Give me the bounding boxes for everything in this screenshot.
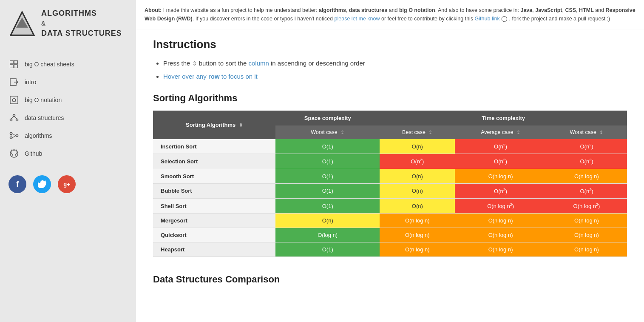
col-header-time: Time complexity	[380, 111, 627, 125]
cell-algo-name: Insertion Sort	[153, 139, 275, 154]
cell-value: O(1)	[275, 139, 380, 154]
cell-value: O(n log n)	[546, 214, 627, 228]
sort-time-avg-btn[interactable]: ⇕	[516, 130, 520, 135]
grid-icon	[9, 60, 20, 69]
cell-value: O(1)	[275, 169, 380, 183]
arrow-in-icon	[9, 77, 20, 87]
instruction-1-column-link[interactable]: column	[248, 60, 269, 67]
sidebar-item-big-o-cheat-sheets[interactable]: big O cheat sheets	[0, 55, 136, 73]
col-subheader-time-avg: Average case ⇕	[455, 125, 546, 139]
cell-value: O(n2)	[455, 183, 546, 198]
sort-name-btn[interactable]: ⇕	[239, 123, 243, 128]
table-row: Smooth SortO(1)O(n)O(n log n)O(n log n)	[153, 169, 627, 183]
main-content: About: I made this website as a fun proj…	[136, 0, 644, 322]
svg-line-18	[14, 117, 17, 119]
cell-algo-name: Smooth Sort	[153, 169, 275, 183]
sort-time-best-btn[interactable]: ⇕	[428, 130, 432, 135]
sorting-algorithms-table: Sorting Algorithms ⇕ Space complexity Ti…	[153, 111, 627, 257]
svg-rect-8	[10, 65, 13, 68]
svg-line-17	[11, 117, 14, 119]
sidebar-item-github[interactable]: Github	[0, 145, 136, 162]
cell-value: O(n2)	[455, 154, 546, 169]
content-area: Instructions Press the ⇕ button to sort …	[136, 29, 644, 305]
cell-value: O(n log n)	[455, 169, 546, 183]
svg-rect-6	[10, 60, 13, 64]
cell-value: O(n log n)	[380, 228, 455, 242]
facebook-button[interactable]: f	[9, 175, 26, 193]
cell-value: O(n log n)	[546, 169, 627, 183]
svg-rect-7	[14, 60, 17, 64]
svg-line-23	[12, 136, 16, 138]
logo-text: ALGORITHMS & DATA STRUCTURES	[41, 9, 122, 38]
logo-icon	[9, 10, 36, 37]
cell-value: O(n log n)	[455, 228, 546, 242]
table-row: MergesortO(n)O(n log n)O(n log n)O(n log…	[153, 214, 627, 228]
twitter-button[interactable]	[33, 175, 51, 193]
sidebar-item-intro[interactable]: intro	[0, 73, 136, 91]
sort-time-worst-btn[interactable]: ⇕	[599, 130, 603, 135]
table-row: Selection SortO(1)O(n2)O(n2)O(n2)	[153, 154, 627, 169]
table-row: Shell SortO(1)O(n)O(n log n2)O(n log n2)	[153, 198, 627, 213]
cell-algo-name: Quicksort	[153, 228, 275, 242]
instruction-1-middle: button to sort the	[199, 60, 249, 67]
nav-label-big-o-notation: big O notation	[25, 97, 62, 103]
please-let-me-know-link[interactable]: please let me know	[335, 16, 380, 22]
cell-value: O(n2)	[546, 139, 627, 154]
github-icon	[9, 149, 20, 158]
col-subheader-time-worst: Worst case ⇕	[546, 125, 627, 139]
col-header-space: Space complexity	[275, 111, 380, 125]
svg-point-21	[16, 135, 18, 137]
sort-space-worst-btn[interactable]: ⇕	[340, 130, 344, 135]
branch-icon	[9, 131, 20, 140]
data-structures-comparison-title: Data Structures Comparison	[153, 274, 627, 285]
svg-point-15	[10, 119, 12, 121]
nav-label-data-structures: data structures	[25, 114, 64, 121]
svg-text:O: O	[12, 97, 16, 103]
instruction-1-suffix: in ascending or descending order	[271, 60, 365, 67]
instructions-list: Press the ⇕ button to sort the column in…	[153, 60, 627, 80]
logo-ampersand: &	[41, 20, 46, 27]
social-icons-area: f g+	[0, 162, 136, 202]
svg-point-14	[13, 114, 15, 117]
cell-value: O(n2)	[380, 154, 455, 169]
cell-value: O(n log n2)	[546, 198, 627, 213]
cell-value: O(n log n2)	[455, 198, 546, 213]
instructions-title: Instructions	[153, 38, 627, 51]
table-row: Bubble SortO(1)O(n)O(n2)O(n2)	[153, 183, 627, 198]
cell-value: O(n)	[275, 214, 380, 228]
cell-value: O(1)	[275, 154, 380, 169]
cell-algo-name: Mergesort	[153, 214, 275, 228]
nav-label-intro: intro	[25, 79, 36, 85]
table-header-row-1: Sorting Algorithms ⇕ Space complexity Ti…	[153, 111, 627, 125]
cell-value: O(n log n)	[546, 228, 627, 242]
cell-value: O(n)	[380, 169, 455, 183]
svg-point-16	[16, 119, 18, 121]
table-row: QuicksortO(log n)O(n log n)O(n log n)O(n…	[153, 228, 627, 242]
cell-value: O(n)	[380, 139, 455, 154]
about-text: I made this website as a fun project to …	[145, 7, 635, 22]
o-circle-icon: O	[9, 95, 20, 105]
instruction-1-prefix: Press the	[163, 60, 192, 67]
cell-value: O(n log n)	[546, 242, 627, 257]
nodes-icon	[9, 113, 20, 123]
about-label: About:	[145, 7, 162, 13]
sidebar-item-algorithms[interactable]: algorithms	[0, 127, 136, 145]
table-row: HeapsortO(1)O(n log n)O(n log n)O(n log …	[153, 242, 627, 257]
svg-point-20	[10, 137, 12, 139]
sidebar-item-data-structures[interactable]: data structures	[0, 109, 136, 127]
cell-algo-name: Heapsort	[153, 242, 275, 257]
cell-value: O(n log n)	[380, 214, 455, 228]
cell-value: O(1)	[275, 183, 380, 198]
nav-label-algorithms: algorithms	[25, 132, 52, 139]
cell-value: O(n2)	[546, 183, 627, 198]
sidebar-item-big-o-notation[interactable]: O big O notation	[0, 91, 136, 109]
col-subheader-space-worst: Worst case ⇕	[275, 125, 380, 139]
instruction-2-link[interactable]: Hover over any row to focus on it	[163, 73, 258, 80]
cell-algo-name: Shell Sort	[153, 198, 275, 213]
google-plus-button[interactable]: g+	[58, 175, 76, 193]
table-row: Insertion SortO(1)O(n)O(n2)O(n2)	[153, 139, 627, 154]
cell-value: O(n log n)	[455, 242, 546, 257]
cell-value: O(1)	[275, 242, 380, 257]
github-link[interactable]: Github link	[475, 16, 500, 22]
sidebar: ALGORITHMS & DATA STRUCTURES big O cheat…	[0, 0, 136, 322]
